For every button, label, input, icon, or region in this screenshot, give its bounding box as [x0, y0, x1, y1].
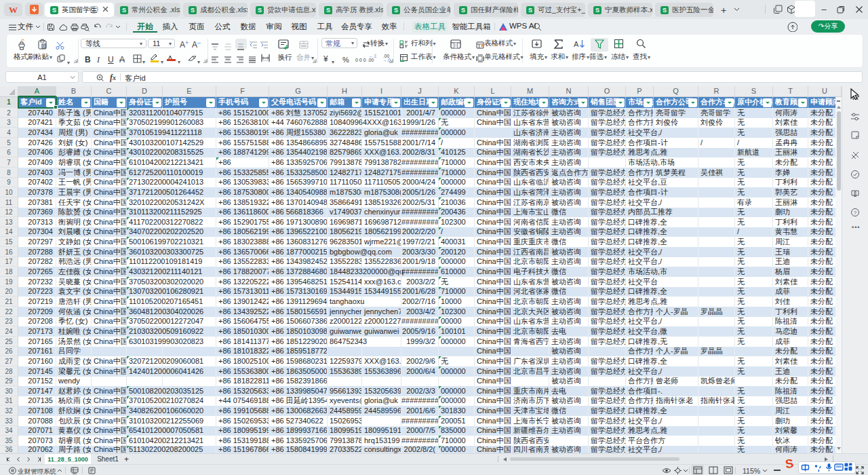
svg-text:.00: .00: [368, 58, 374, 62]
svg-text:A: A: [574, 40, 579, 48]
svg-text:W: W: [9, 5, 18, 15]
svg-text:?: ?: [854, 210, 857, 216]
svg-text:S: S: [785, 458, 795, 469]
